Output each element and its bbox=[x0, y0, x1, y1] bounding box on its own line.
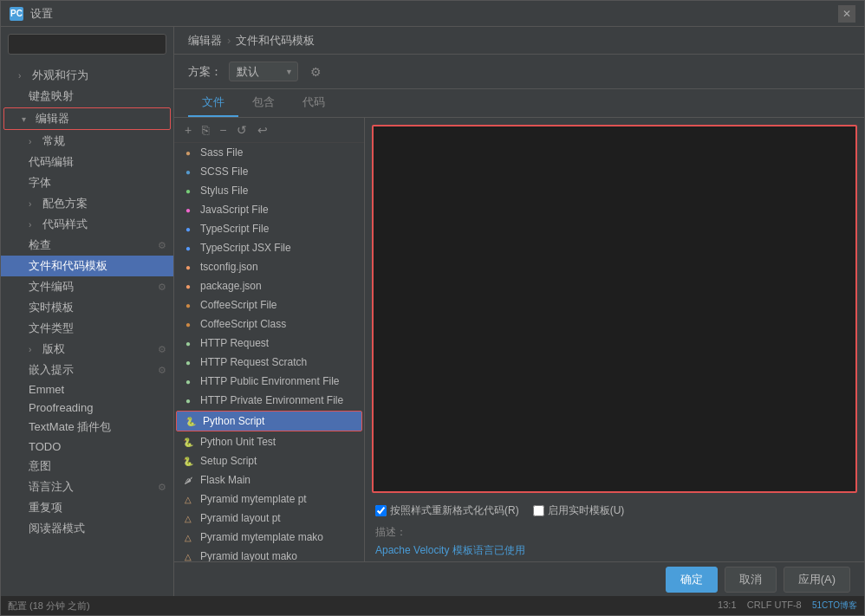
py-icon: 🐍 bbox=[181, 454, 195, 468]
file-item-http-public[interactable]: ● HTTP Public Environment File bbox=[174, 372, 364, 391]
window-controls: ✕ bbox=[838, 5, 855, 23]
coffee-icon: ● bbox=[181, 317, 195, 331]
tab-file[interactable]: 文件 bbox=[188, 89, 238, 117]
sidebar-item-file-types[interactable]: 文件类型 bbox=[1, 318, 173, 339]
file-item-pyramid-4[interactable]: △ Pyramid layout mako bbox=[174, 547, 364, 561]
copy-template-button[interactable]: ⎘ bbox=[198, 121, 212, 139]
py-icon: 🐍 bbox=[181, 435, 195, 449]
file-item-sass[interactable]: ● Sass File bbox=[174, 143, 364, 162]
file-item-http-scratch[interactable]: ● HTTP Request Scratch bbox=[174, 353, 364, 372]
tab-include[interactable]: 包含 bbox=[238, 89, 289, 117]
sidebar-item-duplicates[interactable]: 重复项 bbox=[1, 497, 173, 518]
sidebar-item-label: 编辑器 bbox=[36, 111, 163, 126]
apply-button[interactable]: 应用(A) bbox=[784, 567, 850, 593]
json-icon: ● bbox=[181, 260, 195, 274]
settings-sidebar: › 外观和行为 键盘映射 ▾ 编辑器 › 常规 bbox=[1, 27, 174, 596]
breadcrumb-part2: 文件和代码模板 bbox=[236, 33, 315, 49]
window-title: 设置 bbox=[30, 6, 838, 22]
file-item-tsx[interactable]: ● TypeScript JSX File bbox=[174, 238, 364, 257]
cancel-button[interactable]: 取消 bbox=[725, 567, 777, 593]
file-item-setup[interactable]: 🐍 Setup Script bbox=[174, 451, 364, 470]
search-input[interactable] bbox=[8, 34, 166, 55]
pyramid-icon: △ bbox=[181, 492, 195, 506]
sidebar-item-general[interactable]: › 常规 bbox=[1, 131, 173, 152]
settings-icon: ⚙ bbox=[158, 240, 166, 251]
undo-template-button[interactable]: ↩ bbox=[254, 121, 271, 139]
sidebar-item-label: 重复项 bbox=[29, 500, 166, 515]
sidebar-item-label: 外观和行为 bbox=[32, 68, 166, 83]
file-item-name: Setup Script bbox=[200, 455, 257, 467]
sidebar-item-code-edit[interactable]: 代码编辑 bbox=[1, 152, 173, 172]
sidebar-item-font[interactable]: 字体 bbox=[1, 172, 173, 193]
sidebar-item-embed-hints[interactable]: 嵌入提示 ⚙ bbox=[1, 360, 173, 380]
file-item-http[interactable]: ● HTTP Request bbox=[174, 334, 364, 353]
sidebar-item-file-templates[interactable]: 文件和代码模板 bbox=[1, 256, 173, 276]
file-item-stylus[interactable]: ● Stylus File bbox=[174, 181, 364, 200]
scheme-row: 方案： 默认 ⚙ bbox=[174, 55, 864, 89]
remove-template-button[interactable]: − bbox=[216, 121, 230, 139]
sidebar-item-label: TODO bbox=[29, 440, 166, 453]
sidebar-item-live-templates[interactable]: 实时模板 bbox=[1, 297, 173, 318]
file-item-python-script[interactable]: 🐍 Python Script bbox=[177, 412, 361, 431]
reset-template-button[interactable]: ↺ bbox=[233, 121, 250, 139]
sidebar-item-label: 常规 bbox=[42, 133, 166, 149]
json-icon: ● bbox=[181, 279, 195, 293]
template-content-area: + ⎘ − ↺ ↩ ● Sass File ● bbox=[174, 118, 864, 561]
sidebar-item-codestyle[interactable]: › 代码样式 bbox=[1, 214, 173, 235]
ts-icon: ● bbox=[181, 222, 195, 236]
sidebar-item-colorscheme[interactable]: › 配色方案 bbox=[1, 193, 173, 214]
sidebar-item-label: 键盘映射 bbox=[29, 88, 166, 104]
sidebar-item-copyright[interactable]: › 版权 ⚙ bbox=[1, 339, 173, 360]
status-bar-left: 配置 (18 分钟 之前) bbox=[8, 600, 90, 613]
sidebar-item-editor[interactable]: ▾ 编辑器 bbox=[4, 108, 170, 129]
sidebar-item-lang-injection[interactable]: 语言注入 ⚙ bbox=[1, 477, 173, 497]
file-item-pyramid-1[interactable]: △ Pyramid mytemplate pt bbox=[174, 490, 364, 509]
scheme-gear-button[interactable]: ⚙ bbox=[305, 63, 327, 81]
coffee-icon: ● bbox=[181, 298, 195, 312]
sidebar-item-appearance[interactable]: › 外观和行为 bbox=[1, 65, 173, 86]
file-item-scss[interactable]: ● SCSS File bbox=[174, 162, 364, 181]
reformat-checkbox[interactable] bbox=[375, 505, 387, 516]
settings-icon: ⚙ bbox=[158, 365, 166, 376]
settings-icon: ⚙ bbox=[158, 482, 166, 493]
stylus-icon: ● bbox=[181, 184, 195, 198]
live-template-checkbox[interactable] bbox=[533, 505, 544, 516]
file-item-http-private[interactable]: ● HTTP Private Environment File bbox=[174, 391, 364, 410]
file-item-coffee[interactable]: ● CoffeeScript File bbox=[174, 295, 364, 314]
sidebar-item-label: 阅读器模式 bbox=[29, 521, 166, 536]
file-item-package[interactable]: ● package.json bbox=[174, 276, 364, 295]
file-item-flask[interactable]: 🌶 Flask Main bbox=[174, 470, 364, 490]
tab-code[interactable]: 代码 bbox=[289, 89, 339, 117]
file-item-pyramid-3[interactable]: △ Pyramid mytemplate mako bbox=[174, 528, 364, 547]
file-item-ts[interactable]: ● TypeScript File bbox=[174, 219, 364, 238]
file-item-name: Pyramid layout pt bbox=[200, 512, 281, 524]
sidebar-item-reader-mode[interactable]: 阅读器模式 bbox=[1, 518, 173, 539]
sidebar-item-emmet[interactable]: Emmet bbox=[1, 380, 173, 399]
file-item-python-test[interactable]: 🐍 Python Unit Test bbox=[174, 432, 364, 451]
sidebar-item-keymap[interactable]: 键盘映射 bbox=[1, 86, 173, 107]
sidebar-item-textmate[interactable]: TextMate 插件包 bbox=[1, 417, 173, 438]
add-template-button[interactable]: + bbox=[181, 121, 195, 139]
sidebar-item-intention[interactable]: 意图 bbox=[1, 456, 173, 477]
sidebar-item-file-encoding[interactable]: 文件编码 ⚙ bbox=[1, 276, 173, 297]
file-item-js[interactable]: ● JavaScript File bbox=[174, 200, 364, 219]
file-item-pyramid-2[interactable]: △ Pyramid layout pt bbox=[174, 509, 364, 528]
status-mode: CRLF UTF-8 bbox=[747, 600, 802, 610]
pyramid-icon: △ bbox=[181, 549, 195, 561]
sidebar-tree: › 外观和行为 键盘映射 ▾ 编辑器 › 常规 bbox=[1, 62, 173, 596]
file-item-name: Pyramid mytemplate pt bbox=[200, 493, 307, 505]
close-button[interactable]: ✕ bbox=[838, 5, 855, 23]
sidebar-item-proofreading[interactable]: Proofreading bbox=[1, 399, 173, 417]
file-item-name: TypeScript File bbox=[200, 223, 269, 235]
template-options: 按照样式重新格式化代码(R) 启用实时模板(U) bbox=[365, 500, 864, 522]
arrow-icon: › bbox=[29, 137, 39, 146]
file-item-coffee-class[interactable]: ● CoffeeScript Class bbox=[174, 314, 364, 334]
http-icon: ● bbox=[181, 374, 195, 388]
scheme-select[interactable]: 默认 bbox=[229, 62, 298, 81]
sidebar-item-label: 版权 bbox=[42, 341, 154, 357]
template-editor[interactable] bbox=[372, 125, 857, 493]
file-item-tsconfig[interactable]: ● tsconfig.json bbox=[174, 257, 364, 276]
ok-button[interactable]: 确定 bbox=[666, 567, 718, 593]
sidebar-item-inspection[interactable]: 检查 ⚙ bbox=[1, 235, 173, 256]
sidebar-item-todo[interactable]: TODO bbox=[1, 438, 173, 456]
